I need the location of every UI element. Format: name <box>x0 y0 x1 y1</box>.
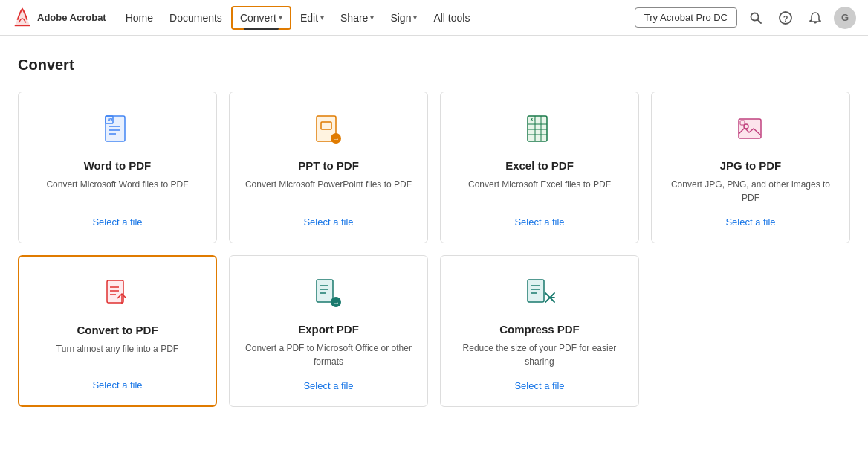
app-name: Adobe Acrobat <box>37 12 106 23</box>
help-button[interactable]: ? <box>774 7 797 29</box>
nav-right: Try Acrobat Pro DC ? G <box>635 7 856 29</box>
nav-documents[interactable]: Documents <box>162 7 230 28</box>
card-compress-pdf[interactable]: Compress PDF Reduce the size of your PDF… <box>440 255 639 407</box>
card-convert-to-pdf[interactable]: Convert to PDF Turn almost any file into… <box>18 255 217 407</box>
bell-icon <box>809 11 822 25</box>
excel-to-pdf-title: Excel to PDF <box>505 159 574 172</box>
search-button[interactable] <box>745 7 767 29</box>
cards-row-2: Convert to PDF Turn almost any file into… <box>18 255 850 407</box>
word-to-pdf-link[interactable]: Select a file <box>92 216 142 228</box>
nav-share[interactable]: Share ▾ <box>333 7 381 28</box>
export-pdf-title: Export PDF <box>298 323 359 336</box>
card-excel-to-pdf[interactable]: XL Excel to PDF Convert Microsoft Excel … <box>440 92 639 243</box>
ppt-to-pdf-icon: → <box>311 113 346 149</box>
excel-to-pdf-desc: Convert Microsoft Excel files to PDF <box>468 178 611 205</box>
convert-to-pdf-icon <box>100 277 135 313</box>
card-jpg-to-pdf[interactable]: JPG to PDF Convert JPG, PNG, and other i… <box>651 92 850 243</box>
word-to-pdf-title: Word to PDF <box>84 159 152 172</box>
excel-to-pdf-link[interactable]: Select a file <box>514 216 564 228</box>
card-export-pdf[interactable]: → Export PDF Convert a PDF to Microsoft … <box>229 255 428 407</box>
svg-rect-29 <box>317 280 333 302</box>
page-title: Convert <box>18 57 850 74</box>
convert-to-pdf-link[interactable]: Select a file <box>92 379 142 391</box>
share-chevron-icon: ▾ <box>370 13 374 22</box>
navbar: Adobe Acrobat Home Documents Convert ▾ E… <box>0 0 868 36</box>
user-avatar[interactable]: G <box>834 7 856 29</box>
svg-rect-24 <box>107 280 123 303</box>
word-to-pdf-icon: W <box>100 113 135 149</box>
export-pdf-icon: → <box>311 277 346 312</box>
svg-line-1 <box>758 19 762 23</box>
convert-to-pdf-title: Convert to PDF <box>77 324 158 336</box>
svg-text:W: W <box>108 117 113 122</box>
search-icon <box>749 11 762 25</box>
nav-links: Home Documents Convert ▾ Edit ▾ Share ▾ … <box>118 6 632 30</box>
nav-convert[interactable]: Convert ▾ <box>231 6 291 30</box>
svg-text:?: ? <box>783 13 788 22</box>
export-pdf-desc: Convert a PDF to Microsoft Office or oth… <box>244 341 412 368</box>
app-logo[interactable]: Adobe Acrobat <box>12 7 106 28</box>
compress-pdf-desc: Reduce the size of your PDF for easier s… <box>456 341 624 368</box>
svg-text:→: → <box>332 135 340 143</box>
svg-text:XL: XL <box>530 117 537 122</box>
excel-to-pdf-icon: XL <box>522 113 557 149</box>
sign-chevron-icon: ▾ <box>413 13 417 22</box>
jpg-to-pdf-icon <box>733 113 768 149</box>
try-pro-button[interactable]: Try Acrobat Pro DC <box>635 7 737 28</box>
svg-text:→: → <box>332 298 340 306</box>
card-ppt-to-pdf[interactable]: → PPT to PDF Convert Microsoft PowerPoin… <box>229 92 428 243</box>
edit-chevron-icon: ▾ <box>320 13 324 22</box>
card-empty-placeholder <box>651 255 850 407</box>
export-pdf-link[interactable]: Select a file <box>303 380 353 391</box>
nav-home[interactable]: Home <box>118 7 161 28</box>
compress-pdf-icon <box>522 277 557 312</box>
cards-row-1: W Word to PDF Convert Microsoft Word fil… <box>18 92 850 243</box>
svg-rect-35 <box>528 280 544 302</box>
convert-chevron-icon: ▾ <box>279 13 282 22</box>
main-content: Convert W Word to PDF Convert Microsoft … <box>0 36 868 428</box>
word-to-pdf-desc: Convert Microsoft Word files to PDF <box>46 178 188 205</box>
notifications-button[interactable] <box>804 7 826 29</box>
jpg-to-pdf-link[interactable]: Select a file <box>725 216 775 228</box>
nav-alltools[interactable]: All tools <box>426 7 477 28</box>
nav-edit[interactable]: Edit ▾ <box>293 7 331 28</box>
nav-sign[interactable]: Sign ▾ <box>383 7 424 28</box>
ppt-to-pdf-desc: Convert Microsoft PowerPoint files to PD… <box>245 178 412 205</box>
compress-pdf-link[interactable]: Select a file <box>514 380 564 391</box>
card-word-to-pdf[interactable]: W Word to PDF Convert Microsoft Word fil… <box>18 92 217 243</box>
logo-icon <box>12 7 33 28</box>
ppt-to-pdf-title: PPT to PDF <box>298 159 359 172</box>
convert-to-pdf-desc: Turn almost any file into a PDF <box>56 342 178 367</box>
svg-rect-21 <box>739 119 761 138</box>
compress-pdf-title: Compress PDF <box>499 323 580 336</box>
jpg-to-pdf-title: JPG to PDF <box>720 159 782 172</box>
help-icon: ? <box>779 11 792 25</box>
jpg-to-pdf-desc: Convert JPG, PNG, and other images to PD… <box>667 178 835 205</box>
ppt-to-pdf-link[interactable]: Select a file <box>303 216 353 228</box>
